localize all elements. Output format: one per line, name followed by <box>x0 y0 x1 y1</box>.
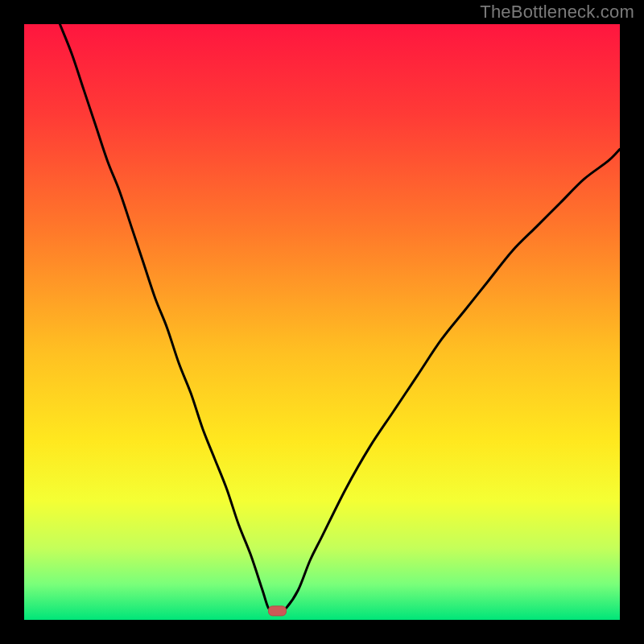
min-marker <box>269 606 287 616</box>
bottleneck-chart <box>24 24 620 620</box>
gradient-background <box>24 24 620 620</box>
chart-frame: TheBottleneck.com <box>0 0 644 644</box>
watermark-label: TheBottleneck.com <box>480 2 634 23</box>
